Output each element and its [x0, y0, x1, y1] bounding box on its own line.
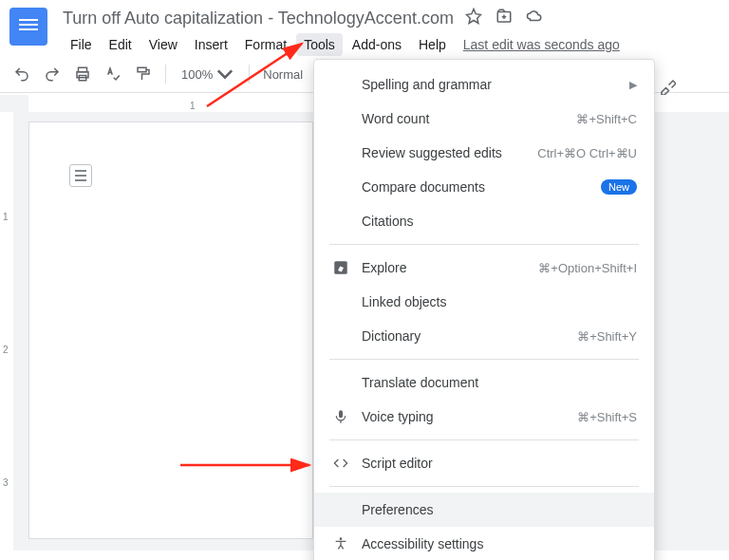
paragraph-style-select[interactable]: Normal: [259, 67, 308, 82]
print-button[interactable]: [70, 62, 95, 86]
accessibility-icon: [331, 535, 350, 552]
menu-item-label: Spelling and grammar: [362, 77, 618, 92]
svg-rect-6: [339, 410, 343, 418]
menu-item-label: Dictionary: [362, 328, 566, 344]
menubar-item-add-ons[interactable]: Add-ons: [345, 33, 409, 56]
menu-item-label: Linked objects: [362, 294, 637, 309]
star-icon[interactable]: [465, 8, 482, 29]
menubar-item-view[interactable]: View: [141, 33, 185, 56]
menu-item-accessibility-settings[interactable]: Accessibility settings: [314, 527, 654, 560]
menu-shortcut: ⌘+Shift+Y: [577, 329, 637, 344]
menu-shortcut: ⌘+Option+Shift+I: [538, 261, 637, 275]
menu-item-label: Compare documents: [362, 179, 589, 195]
explore-icon: [331, 259, 350, 276]
ruler-tick: 1: [3, 212, 9, 222]
menubar-item-tools[interactable]: Tools: [296, 33, 343, 56]
menu-item-label: Explore: [362, 260, 527, 275]
svg-rect-4: [138, 67, 146, 72]
menu-shortcut: Ctrl+⌘O Ctrl+⌘U: [537, 146, 637, 160]
menu-item-label: Word count: [362, 111, 565, 126]
code-icon: [331, 456, 350, 471]
menu-item-review-suggested-edits[interactable]: Review suggested editsCtrl+⌘O Ctrl+⌘U: [314, 136, 654, 170]
menubar-item-edit[interactable]: Edit: [102, 33, 140, 56]
ruler-tick: 3: [3, 477, 9, 488]
menu-shortcut: ⌘+Shift+S: [577, 410, 637, 424]
paint-format-button[interactable]: [131, 62, 156, 86]
cloud-status-icon[interactable]: [526, 8, 543, 29]
paragraph-style-value: Normal: [263, 67, 303, 82]
mic-icon: [331, 408, 350, 425]
undo-button[interactable]: [9, 62, 34, 86]
menubar-item-file[interactable]: File: [63, 33, 100, 56]
menu-item-dictionary[interactable]: Dictionary⌘+Shift+Y: [314, 319, 654, 353]
new-badge: New: [601, 179, 637, 195]
zoom-value: 100%: [181, 67, 213, 82]
document-title[interactable]: Turn off Auto capitalization - Technolog…: [63, 9, 454, 28]
menubar-item-insert[interactable]: Insert: [187, 33, 235, 56]
outline-toggle-icon[interactable]: [69, 164, 92, 187]
zoom-select[interactable]: 100%: [176, 65, 239, 83]
menu-item-label: Translate document: [362, 375, 637, 390]
menu-item-label: Citations: [362, 214, 637, 229]
tools-menu: Spelling and grammar▶Word count⌘+Shift+C…: [313, 59, 655, 560]
redo-button[interactable]: [40, 62, 65, 86]
menu-separator: [329, 359, 639, 360]
chevron-down-icon: [216, 65, 234, 83]
docs-logo-icon[interactable]: [9, 8, 47, 46]
menu-item-label: Script editor: [362, 456, 637, 471]
submenu-arrow-icon: ▶: [629, 79, 637, 91]
ruler-tick: 2: [3, 345, 9, 355]
menu-item-compare-documents[interactable]: Compare documentsNew: [314, 170, 654, 204]
menu-shortcut: ⌘+Shift+C: [576, 112, 637, 126]
menu-item-citations[interactable]: Citations: [314, 204, 654, 238]
menu-separator: [329, 244, 639, 245]
menu-item-linked-objects[interactable]: Linked objects: [314, 285, 654, 319]
menu-item-label: Preferences: [362, 502, 637, 517]
menu-separator: [329, 486, 639, 487]
menu-item-spelling-and-grammar[interactable]: Spelling and grammar▶: [314, 67, 654, 102]
menu-item-explore[interactable]: Explore⌘+Option+Shift+I: [314, 251, 654, 285]
menubar: FileEditViewInsertFormatToolsAdd-onsHelp…: [63, 33, 720, 56]
spellcheck-button[interactable]: [101, 62, 125, 86]
menu-separator: [329, 439, 639, 440]
menubar-item-format[interactable]: Format: [237, 33, 294, 56]
menu-item-voice-typing[interactable]: Voice typing⌘+Shift+S: [314, 400, 654, 434]
document-page[interactable]: [28, 121, 313, 539]
ruler-tick: 1: [190, 101, 196, 111]
svg-point-7: [340, 537, 343, 540]
vertical-ruler[interactable]: 1 2 3: [0, 112, 13, 551]
menubar-item-help[interactable]: Help: [411, 33, 454, 56]
menu-item-label: Review suggested edits: [362, 145, 526, 160]
menu-item-script-editor[interactable]: Script editor: [314, 446, 654, 480]
menu-item-label: Voice typing: [362, 409, 566, 424]
menu-item-translate-document[interactable]: Translate document: [314, 365, 654, 400]
move-icon[interactable]: [495, 8, 513, 29]
menu-item-word-count[interactable]: Word count⌘+Shift+C: [314, 102, 654, 136]
menu-item-preferences[interactable]: Preferences: [314, 493, 654, 527]
menu-item-label: Accessibility settings: [362, 536, 637, 551]
last-edit-link[interactable]: Last edit was seconds ago: [463, 37, 620, 52]
